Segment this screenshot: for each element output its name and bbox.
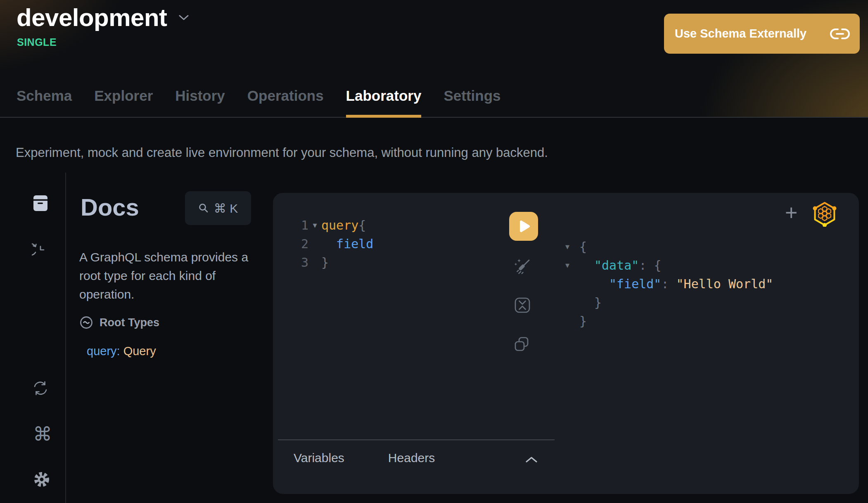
project-switcher[interactable]: development [17,4,189,31]
response-line: } [565,312,773,330]
root-type-type: Query [123,344,156,358]
json-text: "field": "Hello World" [579,275,773,293]
tab-schema[interactable]: Schema [17,85,72,118]
chevron-down-icon[interactable] [179,15,189,21]
bottom-tab-variables[interactable]: Variables [294,451,344,465]
fold-toggle-icon [565,293,579,312]
sidebar-divider [65,173,66,503]
tab-history[interactable]: History [175,85,225,118]
add-tab-button[interactable]: + [785,202,797,223]
use-schema-externally-label: Use Schema Externally [675,27,806,40]
tab-explorer[interactable]: Explorer [94,85,153,118]
line-number: 1 [273,216,308,235]
editor-bottom-divider [278,439,555,440]
search-shortcut-label: ⌘ K [214,201,238,216]
play-icon [516,218,531,234]
tab-settings[interactable]: Settings [443,85,500,118]
response-line: ▾"data": { [565,256,773,275]
collapse-panel-button[interactable] [526,456,537,464]
bottom-tab-headers[interactable]: Headers [388,451,435,465]
project-name: development [17,4,167,31]
editor-line[interactable]: 1▾query{ [273,216,373,235]
docs-book-icon[interactable] [33,195,48,213]
prettify-icon[interactable] [513,257,532,278]
code-text: } [321,253,329,272]
line-number: 3 [273,253,308,272]
response-line: "field": "Hello World" [565,275,773,293]
response-line: } [565,293,773,312]
code-text: field [321,235,373,253]
history-icon[interactable] [32,241,49,259]
response-viewer: ▾{▾"data": {"field": "Hello World"}} [565,237,773,330]
fold-toggle-icon[interactable]: ▾ [565,237,579,256]
editor-line[interactable]: 3} [273,253,373,272]
fold-toggle-icon [308,253,321,272]
response-line: ▾{ [565,237,773,256]
link-icon [830,28,850,40]
editor-line[interactable]: 2 field [273,235,373,253]
main-tabs: SchemaExplorerHistoryOperationsLaborator… [17,85,501,118]
root-types-label: Root Types [100,316,159,329]
query-editor[interactable]: 1▾query{2 field3} [273,216,373,272]
code-text: query{ [321,216,366,235]
root-type-separator: : [117,344,123,358]
settings-gear-icon[interactable] [33,470,51,490]
json-text: "data": { [579,256,662,275]
reload-icon[interactable] [33,380,48,398]
page-description: Experiment, mock and create live environ… [16,145,548,160]
tab-laboratory[interactable]: Laboratory [346,85,422,118]
copy-icon[interactable] [513,336,530,354]
root-type-query-link[interactable]: query: Query [87,344,156,358]
fold-toggle-icon [565,275,579,293]
tab-operations[interactable]: Operations [247,85,324,118]
docs-search-button[interactable]: ⌘ K [185,191,251,225]
use-schema-externally-button[interactable]: Use Schema Externally [664,14,860,54]
fold-toggle-icon[interactable]: ▾ [308,216,321,235]
root-types-section: Root Types [80,316,159,329]
json-text: } [579,312,587,330]
fold-toggle-icon[interactable]: ▾ [565,256,579,275]
fold-toggle-icon [308,235,321,253]
docs-description: A GraphQL schema provides a root type fo… [79,248,263,304]
merge-fragments-icon[interactable] [513,296,531,316]
root-types-icon [80,316,93,329]
execute-query-button[interactable] [509,212,538,241]
json-text: { [579,237,587,256]
search-icon [198,203,209,214]
docs-title: Docs [81,193,139,221]
chevron-up-icon [526,456,537,463]
laboratory-card: 1▾query{2 field3} [273,193,859,494]
page-header: development SINGLE Use Schema Externally… [0,0,868,118]
fold-toggle-icon [565,312,579,330]
environment-badge: SINGLE [17,36,57,48]
json-text: } [579,293,602,312]
command-shortcuts-icon[interactable]: ⌘ [33,425,52,444]
bottom-tabs: VariablesHeaders [294,451,435,465]
root-type-name: query [87,344,117,358]
line-number: 2 [273,235,308,253]
hive-logo-icon[interactable] [812,201,837,228]
